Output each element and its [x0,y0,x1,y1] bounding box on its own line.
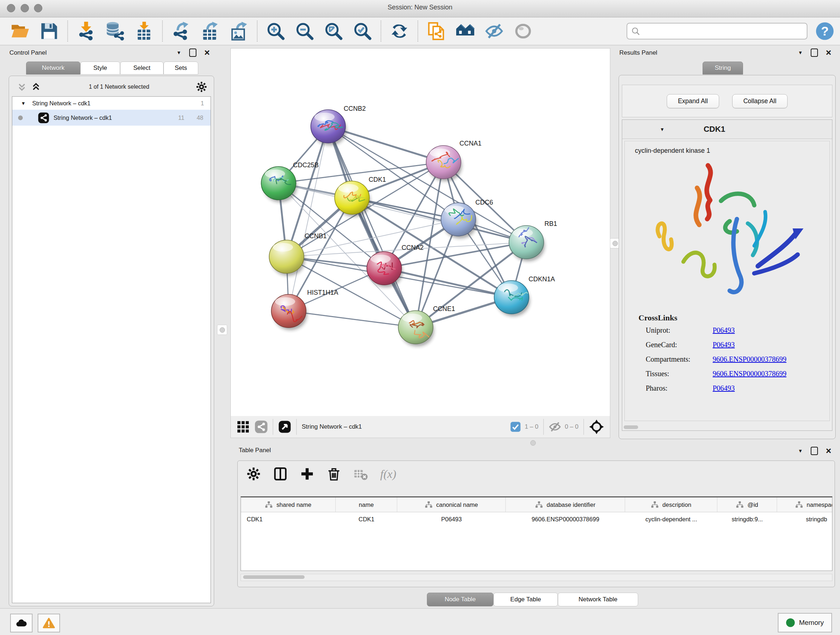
table-cell[interactable]: 9606.ENSP00000378699 [506,512,625,526]
network-collection-row[interactable]: ▼ String Network – cdk1 1 [12,97,210,110]
network-node-CCNB1[interactable]: CCNB1 [269,233,327,276]
table-cell[interactable]: cyclin-dependent ... [625,512,717,526]
column-header-canonical-name[interactable]: canonical name [397,497,506,512]
network-node-RB1[interactable]: RB1 [509,220,557,261]
float-panel-icon[interactable] [189,49,196,57]
share-view-icon[interactable] [255,420,268,433]
show-columns-icon[interactable] [273,467,287,481]
node-label-CCNB1: CCNB1 [305,233,327,240]
collapse-panel-icon[interactable]: ▼ [798,50,803,55]
table-cell[interactable]: CDK1 [241,512,336,526]
results-scrollbar-thumb[interactable] [624,425,638,429]
open-session-icon[interactable] [11,22,30,41]
collapse-all-networks-icon[interactable] [16,81,27,92]
crosslink-row: Uniprot:P06493 [646,326,829,334]
export-image-icon[interactable] [229,22,248,41]
column-header-name[interactable]: name [336,497,397,512]
column-header-namespace[interactable]: namespace [777,497,832,512]
crosslink-value-link[interactable]: P06493 [713,340,735,349]
import-network-icon[interactable] [77,22,95,41]
float-panel-icon[interactable] [811,49,818,57]
table-options-gear-icon[interactable] [246,467,261,481]
gene-expand-icon[interactable]: ▼ [660,127,665,132]
close-panel-icon[interactable]: × [204,49,210,56]
column-header-shared-name[interactable]: shared name [241,497,336,512]
network-node-CCNA1[interactable]: CCNA1 [426,140,482,181]
hide-details-icon[interactable] [485,22,504,41]
birds-eye-view-icon[interactable] [589,419,604,434]
crosslink-value-link[interactable]: 9606.ENSP00000378699 [713,355,786,363]
collapse-panel-icon[interactable]: ▼ [798,448,803,454]
network-edge[interactable] [289,311,416,327]
refresh-icon[interactable] [390,22,409,41]
search-field[interactable] [627,23,807,40]
tab-select[interactable]: Select [120,62,164,74]
network-options-gear-icon[interactable] [196,81,207,93]
tab-node-table[interactable]: Node Table [427,593,493,606]
expand-all-button[interactable]: Expand All [667,94,719,108]
selected-checkbox-icon[interactable] [510,421,521,432]
import-table-icon[interactable] [134,22,153,41]
scrollbar-thumb[interactable] [243,575,305,579]
zoom-out-icon[interactable] [295,22,314,41]
export-table-icon[interactable] [201,22,219,41]
collection-expand-icon[interactable]: ▼ [21,101,26,106]
grid-view-icon[interactable] [237,420,249,433]
column-header--id[interactable]: @id [717,497,777,512]
tree-column-icon [425,501,433,509]
add-column-icon[interactable] [300,467,314,481]
network-node-CDK1[interactable]: CDK1 [335,176,386,217]
zoom-fit-icon[interactable] [324,22,343,41]
memory-button[interactable]: Memory [778,613,832,632]
delete-column-icon[interactable] [327,467,341,481]
zoom-selected-icon[interactable] [353,22,372,41]
tab-sets[interactable]: Sets [164,62,198,74]
collapse-all-button[interactable]: Collapse All [732,94,788,108]
crosslink-value-link[interactable]: P06493 [713,326,735,334]
hidden-eye-icon[interactable] [549,421,561,433]
table-row[interactable]: CDK1CDK1P064939606.ENSP00000378699cyclin… [241,512,832,526]
close-panel-icon[interactable]: × [826,49,831,56]
close-panel-icon[interactable]: × [826,448,831,454]
warnings-button[interactable] [38,614,60,632]
float-panel-icon[interactable] [811,447,818,455]
home-icon[interactable] [456,22,475,41]
left-splitter-handle[interactable] [217,325,227,335]
tab-network[interactable]: Network [26,62,80,74]
table-cell[interactable]: stringdb [777,512,832,526]
export-network-icon[interactable] [172,22,190,41]
tab-string[interactable]: String [703,62,743,74]
table-horizontal-scrollbar[interactable] [240,574,832,581]
network-node-HIST1H1A[interactable]: HIST1H1A [271,289,338,330]
detach-view-icon[interactable] [278,420,291,433]
help-icon[interactable] [815,22,834,41]
table-cell[interactable]: P06493 [397,512,506,526]
show-details-icon[interactable] [514,22,532,41]
table-cell[interactable]: CDK1 [336,512,397,526]
zoom-in-icon[interactable] [266,22,285,41]
column-header-description[interactable]: description [625,497,717,512]
network-edge[interactable] [328,126,416,327]
column-header-database-identifier[interactable]: database identifier [506,497,625,512]
network-edge[interactable] [384,268,512,297]
save-session-icon[interactable] [40,22,58,41]
search-input[interactable] [643,27,803,35]
table-panel: Table Panel ▼ × f(x) shared namenamecano… [234,445,836,606]
network-edge[interactable] [352,198,526,242]
table-cell[interactable]: stringdb:9... [717,512,777,526]
tab-style[interactable]: Style [80,62,120,74]
clone-network-icon[interactable] [427,22,446,41]
network-node-CCNB2[interactable]: CCNB2 [311,105,366,146]
gene-section-header[interactable]: ▼ CDK1 [622,120,832,139]
cloud-status-button[interactable] [10,614,33,632]
bottom-splitter-handle[interactable] [531,440,536,446]
collapse-panel-icon[interactable]: ▼ [177,50,181,55]
import-database-icon[interactable] [106,22,125,41]
crosslink-value-link[interactable]: 9606.ENSP00000378699 [713,370,786,378]
crosslink-value-link[interactable]: P06493 [713,384,735,393]
tab-edge-table[interactable]: Edge Table [493,593,558,606]
tab-network-table[interactable]: Network Table [558,593,638,606]
network-row-selected[interactable]: String Network – cdk1 11 48 [12,110,210,126]
expand-all-networks-icon[interactable] [32,81,42,92]
network-view-canvas[interactable]: CCNB2CCNA1CDC25BCDK1CDC6RB1CCNB1CCNA2CDK… [231,48,610,416]
